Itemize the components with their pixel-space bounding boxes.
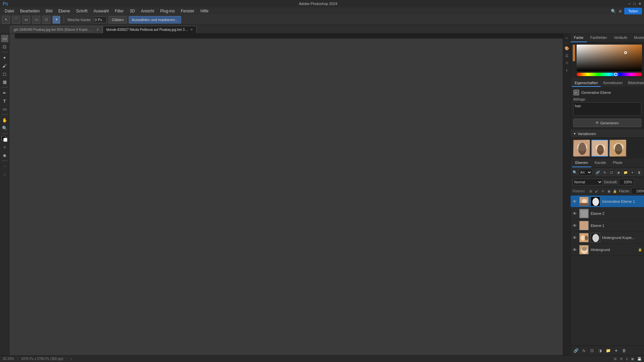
lock-all-btn[interactable]: 🔒 [612, 188, 618, 194]
search-icon[interactable]: 🔍 [611, 9, 616, 14]
history-panel-icon[interactable]: ⟲ [564, 60, 570, 66]
text-tool-icon[interactable]: T [1, 97, 8, 105]
status-arrow[interactable]: › [70, 357, 71, 361]
menu-plugins[interactable]: Plug-ins [158, 8, 177, 14]
new-layer-btn[interactable]: + [630, 169, 635, 176]
new-group-btn[interactable]: 📁 [623, 169, 628, 176]
minimize-btn[interactable]: ─ [628, 2, 631, 6]
bg-save-icon[interactable]: 💾 [637, 357, 641, 361]
glatten-button[interactable]: Glätten [109, 16, 126, 23]
share-button[interactable]: Teilen [624, 8, 642, 14]
hue-slider[interactable] [577, 73, 642, 76]
layer-item-eb1[interactable]: 👁 Ebene 1 [571, 220, 644, 232]
weiche-kante-input[interactable] [93, 16, 107, 23]
maximize-btn[interactable]: □ [633, 2, 636, 6]
color-swatch[interactable] [573, 45, 575, 61]
layer-vis-bgc[interactable]: 👁 [573, 235, 577, 240]
tab-farbfelder[interactable]: Farbfelder [587, 34, 610, 42]
magic-select[interactable]: ✦ [52, 16, 60, 24]
menu-ebene[interactable]: Ebene [56, 8, 73, 14]
variation-thumb-3[interactable] [609, 140, 626, 157]
layer-type-filter[interactable]: Art [579, 169, 592, 176]
gradient-tool-icon[interactable]: ▦ [1, 78, 8, 85]
extra-tools-icon[interactable]: ⋯ [1, 163, 8, 170]
add-mask-bottom-btn[interactable]: ⊡ [589, 347, 595, 354]
tab-verlaeufe[interactable]: Verläufe [610, 34, 631, 42]
layer-item-bg[interactable]: 👁 Hintergrund 🔒 [571, 244, 644, 256]
layer-item-eb2[interactable]: 👁 Ebene 2 [571, 207, 644, 220]
menu-datei[interactable]: Datei [2, 8, 17, 14]
quick-mask-icon[interactable]: ⊙ [1, 143, 8, 151]
polygon-lasso[interactable]: ⬡ [42, 16, 50, 24]
lock-image-btn[interactable]: 🖌 [594, 188, 599, 194]
layer-vis-gen1[interactable]: 👁 [573, 199, 577, 204]
color-gradient-picker[interactable] [577, 45, 642, 71]
tab-bibliotheken[interactable]: Bibliotheken [625, 79, 644, 87]
variation-thumb-2[interactable] [591, 140, 608, 157]
hand-tool-icon[interactable]: ✋ [1, 116, 8, 124]
zoom-tool-icon[interactable]: 🔍 [1, 124, 8, 132]
brush-tool-icon[interactable]: 🖌 [1, 62, 8, 69]
tab-blonde826027[interactable]: blonde-826027 Nikola Pešková auf Pixabay… [103, 26, 197, 33]
menu-bearbeiten[interactable]: Bearbeiten [17, 8, 42, 14]
grid-icon[interactable]: ⊞ [614, 357, 616, 361]
window-controls[interactable]: ─ □ ✕ [628, 2, 641, 6]
layer-vis-eb1[interactable]: 👁 [573, 223, 577, 228]
foreground-bg-colors[interactable] [1, 135, 8, 143]
adj-layer-bottom-btn[interactable]: ◑ [597, 347, 603, 354]
tab-kanaele[interactable]: Kanäle [591, 159, 609, 167]
rect-select[interactable]: ▭ [22, 16, 30, 24]
tab-korrekturen[interactable]: Korrekturen [601, 79, 625, 87]
color-panel-icon[interactable]: 🎨 [564, 45, 570, 51]
new-layer-bottom-btn[interactable]: + [613, 347, 620, 354]
new-group-bottom-btn[interactable]: 📁 [605, 347, 611, 354]
spot-heal-icon[interactable]: ✦ [1, 54, 8, 61]
menu-schrift[interactable]: Schrift [73, 8, 90, 14]
crop-tool-icon[interactable]: ⊡ [1, 43, 8, 50]
pen-tool-icon[interactable]: ✒ [1, 89, 8, 97]
blend-mode-select[interactable]: Normal Multiplizieren Überlagern [573, 179, 603, 185]
menu-ansicht[interactable]: Ansicht [138, 8, 157, 14]
menu-3d[interactable]: 3D [127, 8, 138, 14]
settings-icon[interactable]: ⚙ [620, 357, 623, 361]
close-btn[interactable]: ✕ [638, 2, 641, 6]
link-layers-btn[interactable]: 🔗 [595, 169, 601, 176]
eraser-tool-icon[interactable]: ◻ [1, 70, 8, 77]
menu-hilfe[interactable]: Hilfe [198, 8, 211, 14]
generieren-button[interactable]: ⟳ Generieren [573, 119, 641, 127]
anfrage-textarea[interactable]: hair [573, 102, 641, 116]
workspace-icon[interactable]: ⊞ [619, 9, 622, 13]
tab-close-2[interactable]: ✕ [190, 28, 193, 32]
lock-position-btn[interactable]: ✛ [600, 188, 605, 194]
layer-item-gen1[interactable]: 👁 Generative Ebene [571, 195, 644, 207]
info-panel-icon[interactable]: ℹ [564, 67, 570, 73]
info-status-icon[interactable]: ℹ [626, 357, 628, 361]
tab-eigenschaften[interactable]: Eigenschaften [572, 79, 601, 87]
menu-bild[interactable]: Bild [43, 8, 55, 14]
shape-tool-icon[interactable]: ▭ [1, 105, 8, 113]
collapse-right-icon[interactable]: » [564, 35, 570, 41]
link-layers-bottom-btn[interactable]: 🔗 [573, 347, 579, 354]
tab-farbe[interactable]: Farbe [571, 34, 587, 42]
tab-girl1846490[interactable]: girl-1846490 Pixabay.jpg bei 50% (Ebene … [10, 26, 103, 33]
variation-thumb-1[interactable] [573, 140, 590, 157]
screen-mode-icon[interactable]: ▣ [1, 152, 8, 159]
delete-layer-btn[interactable]: 🗑 [636, 169, 642, 176]
tab-ebenen[interactable]: Ebenen [572, 159, 591, 167]
layers-panel-icon[interactable]: ☰ [564, 53, 570, 59]
layer-vis-bg[interactable]: 👁 [573, 247, 577, 252]
variationen-header[interactable]: ▼ Variationen [571, 130, 644, 138]
layer-item-bgc[interactable]: 👁 Hintergrund Kopi [571, 232, 644, 244]
move-tool[interactable]: ↖ [2, 16, 10, 24]
tab-muster[interactable]: Muster [631, 34, 644, 42]
ellipse-select[interactable]: ⬭ [32, 16, 40, 24]
layer-style-btn[interactable]: fx [602, 169, 607, 176]
tab-close-1[interactable]: ✕ [96, 28, 99, 32]
menu-filter[interactable]: Filter [112, 8, 126, 14]
adjustment-layer-btn[interactable]: ◑ [616, 169, 622, 176]
menu-fenster[interactable]: Fenster [178, 8, 197, 14]
more-tools-icon[interactable]: ∶∶ [1, 171, 8, 178]
lock-artboard-btn[interactable]: ▣ [606, 188, 611, 194]
layer-style-bottom-btn[interactable]: fx [581, 347, 587, 354]
menu-auswahl[interactable]: Auswahl [91, 8, 111, 14]
